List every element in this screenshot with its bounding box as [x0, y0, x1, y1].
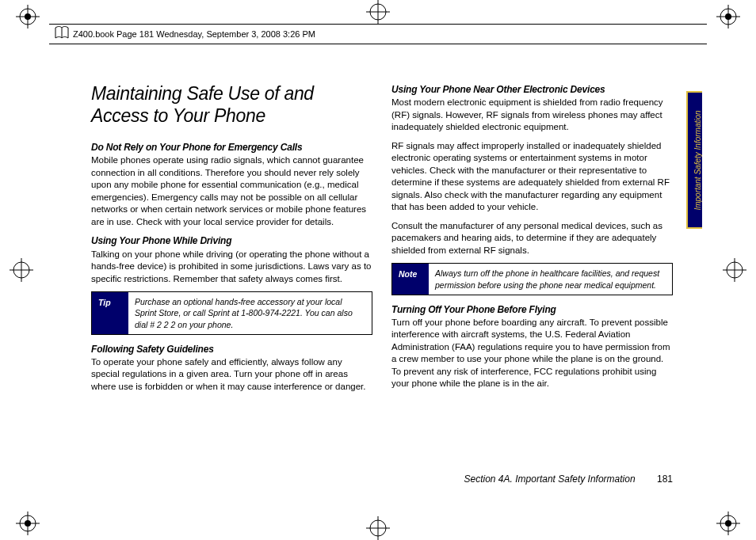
heading-emergency: Do Not Rely on Your Phone for Emergency …: [91, 141, 372, 154]
note-callout: Note Always turn off the phone in health…: [391, 263, 673, 295]
right-column: Using Your Phone Near Other Electronic D…: [391, 83, 673, 492]
para-emergency: Mobile phones operate using radio signal…: [91, 154, 372, 228]
note-label: Note: [392, 264, 429, 294]
para-driving: Talking on your phone while driving (or …: [91, 249, 372, 286]
registration-mark-icon: [366, 516, 390, 540]
page-body: Maintaining Safe Use of and Access to Yo…: [91, 83, 673, 492]
left-column: Maintaining Safe Use of and Access to Yo…: [91, 83, 372, 492]
registration-mark-icon: [366, 0, 390, 24]
heading-flying: Turning Off Your Phone Before Flying: [391, 303, 673, 316]
header-text: Z400.book Page 181 Wednesday, September …: [73, 29, 315, 39]
para-electronic-1: Most modern electronic equipment is shie…: [391, 97, 673, 134]
para-electronic-2: RF signals may affect improperly install…: [391, 140, 673, 214]
tip-text: Purchase an optional hands-free accessor…: [128, 292, 372, 334]
page-footer: Section 4A. Important Safety Information…: [464, 473, 674, 485]
framemaker-header: Z400.book Page 181 Wednesday, September …: [49, 24, 707, 44]
footer-section: Section 4A. Important Safety Information: [464, 473, 636, 485]
heading-electronic: Using Your Phone Near Other Electronic D…: [391, 83, 673, 96]
registration-mark-icon: [723, 258, 746, 282]
para-flying: Turn off your phone before boarding any …: [391, 317, 673, 390]
crop-mark-icon: [716, 511, 740, 535]
tip-label: Tip: [92, 292, 128, 334]
page-number: 181: [657, 473, 673, 485]
side-tab: Important Safety Information: [686, 91, 702, 229]
crop-mark-icon: [16, 511, 40, 535]
heading-driving: Using Your Phone While Driving: [91, 234, 372, 247]
crop-mark-icon: [716, 5, 740, 29]
crop-mark-icon: [16, 5, 40, 29]
page-title: Maintaining Safe Use of and Access to Yo…: [91, 83, 372, 127]
note-text: Always turn off the phone in healthcare …: [429, 264, 672, 294]
side-tab-label: Important Safety Information: [693, 97, 702, 224]
para-guidelines: To operate your phone safely and efficie…: [91, 356, 372, 394]
para-electronic-3: Consult the manufacturer of any personal…: [391, 220, 673, 257]
registration-mark-icon: [10, 258, 33, 282]
tip-callout: Tip Purchase an optional hands-free acce…: [91, 291, 372, 335]
heading-guidelines: Following Safety Guidelines: [91, 343, 372, 356]
